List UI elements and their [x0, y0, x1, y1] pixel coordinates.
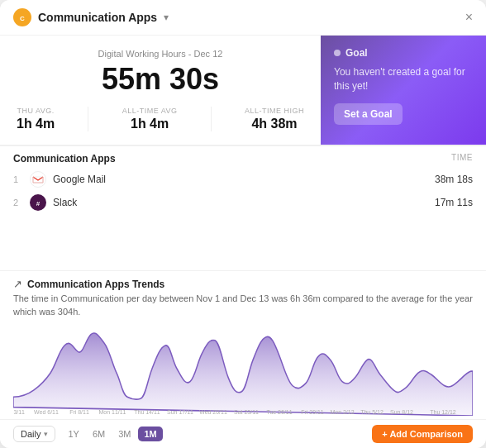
stats-panel: Digital Working Hours - Dec 12 55m 30s T… [0, 36, 321, 145]
stat-alltime-avg: ALL-TIME AVG 1h 4m [122, 107, 178, 131]
apps-rows: 1 Google Mail 38m 18s 2 [13, 168, 473, 214]
app-name-slack: Slack [53, 197, 428, 208]
app-row-1: 1 Google Mail 38m 18s [13, 168, 473, 191]
apps-list-panel: Communication Apps TIME 1 Google Mail [0, 146, 486, 270]
time-buttons: 1Y 6M 3M 1M [62, 427, 162, 441]
svg-text:Wed 6/11: Wed 6/11 [34, 409, 59, 416]
svg-text:Mon 2/12: Mon 2/12 [330, 409, 354, 416]
stats-row: THU AVG. 1h 4m ALL-TIME AVG 1h 4m ALL-TI… [17, 107, 304, 131]
app-rank-2: 2 [13, 198, 23, 207]
close-icon[interactable]: × [465, 10, 473, 25]
app-row-2: 2 # Slack 17m 11s [13, 191, 473, 214]
time-btn-1y[interactable]: 1Y [62, 427, 84, 441]
chart-svg: Sun 3/11 Wed 6/11 Fri 8/11 Mon 11/11 Thu… [13, 322, 473, 416]
stat-thu-avg-label: THU AVG. [17, 107, 54, 115]
chevron-down-icon[interactable]: ▾ [164, 12, 169, 23]
goal-title: Goal [345, 47, 368, 59]
time-btn-3m[interactable]: 3M [112, 427, 136, 441]
period-select[interactable]: Daily ▾ [13, 426, 55, 442]
add-comparison-button[interactable]: + Add Comparison [372, 425, 473, 443]
main-content: Digital Working Hours - Dec 12 55m 30s T… [0, 36, 486, 448]
trends-title: Communication Apps Trends [27, 279, 164, 290]
stat-divider-2 [211, 107, 212, 131]
svg-text:Sun 17/11: Sun 17/11 [167, 409, 193, 416]
trends-desc: The time in Communication per day betwee… [13, 293, 473, 318]
stats-subtitle: Digital Working Hours - Dec 12 [17, 49, 304, 59]
set-goal-button[interactable]: Set a Goal [334, 103, 403, 125]
apps-col-time-header: TIME [451, 153, 473, 164]
stat-alltime-high-label: ALL-TIME HIGH [245, 107, 304, 115]
stat-thu-avg: THU AVG. 1h 4m [17, 107, 55, 131]
period-chevron-icon: ▾ [44, 430, 48, 438]
svg-text:Sun 3/11: Sun 3/11 [13, 409, 25, 416]
stat-thu-avg-value: 1h 4m [17, 117, 55, 131]
apps-section-title: Communication Apps [13, 153, 116, 164]
app-time-gmail: 38m 18s [435, 174, 473, 185]
svg-rect-2 [31, 173, 45, 186]
svg-text:Tue 26/11: Tue 26/11 [266, 409, 292, 416]
goal-header: Goal [334, 47, 473, 59]
header-left: C Communication Apps ▾ [13, 8, 169, 26]
svg-text:Thu 12/12: Thu 12/12 [430, 409, 455, 416]
stat-alltime-avg-label: ALL-TIME AVG [122, 107, 178, 115]
slack-icon: # [30, 194, 46, 211]
time-btn-6m[interactable]: 6M [87, 427, 111, 441]
goal-dot-icon [334, 50, 341, 56]
svg-text:Sat 23/11: Sat 23/11 [234, 409, 259, 416]
app-icon: C [13, 8, 31, 26]
svg-text:C: C [20, 15, 25, 22]
chart-container: Sun 3/11 Wed 6/11 Fri 8/11 Mon 11/11 Thu… [13, 322, 473, 416]
gmail-icon [30, 171, 46, 188]
stat-alltime-high-value: 4h 38m [251, 117, 297, 131]
stats-main-time: 55m 30s [17, 62, 304, 97]
goal-panel: Goal You haven't created a goal for this… [321, 36, 486, 145]
bottom-left: Daily ▾ 1Y 6M 3M 1M [13, 426, 163, 442]
svg-text:Mon 11/11: Mon 11/11 [98, 409, 126, 416]
goal-message: You haven't created a goal for this yet! [334, 65, 473, 93]
svg-text:Thu 5/12: Thu 5/12 [360, 409, 384, 416]
trends-header: ↗ Communication Apps Trends [13, 278, 473, 290]
svg-text:Thu 14/11: Thu 14/11 [134, 409, 160, 416]
time-btn-1m[interactable]: 1M [138, 427, 162, 441]
stat-alltime-high: ALL-TIME HIGH 4h 38m [245, 107, 304, 131]
header: C Communication Apps ▾ × [0, 0, 486, 36]
header-title: Communication Apps [38, 11, 157, 24]
stat-alltime-avg-value: 1h 4m [131, 117, 169, 131]
app-rank-1: 1 [13, 174, 23, 184]
app-name-gmail: Google Mail [53, 174, 428, 185]
top-section: Digital Working Hours - Dec 12 55m 30s T… [0, 36, 486, 145]
main-window: C Communication Apps ▾ × Digital Working… [0, 0, 486, 448]
stat-divider-1 [88, 107, 88, 131]
apps-table-header: Communication Apps TIME [13, 153, 473, 164]
period-label: Daily [21, 429, 40, 439]
svg-text:Fri 29/11: Fri 29/11 [301, 409, 324, 416]
svg-text:Sun 8/12: Sun 8/12 [390, 409, 413, 416]
svg-text:Wed 20/11: Wed 20/11 [199, 409, 227, 416]
svg-text:#: # [36, 200, 40, 207]
svg-text:Fri 8/11: Fri 8/11 [69, 409, 89, 416]
trends-section: ↗ Communication Apps Trends The time in … [0, 271, 486, 419]
trend-icon: ↗ [13, 278, 22, 290]
app-time-slack: 17m 11s [435, 197, 473, 208]
bottom-bar: Daily ▾ 1Y 6M 3M 1M + Add Comparison [0, 419, 486, 448]
